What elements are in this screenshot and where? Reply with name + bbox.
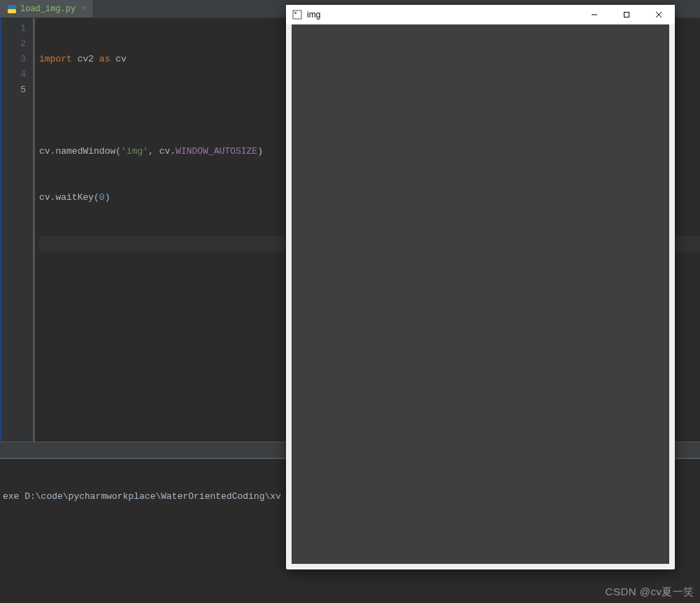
line-number: 1 [0, 21, 26, 36]
window-canvas [292, 24, 669, 564]
paren-close: ) [105, 192, 110, 203]
keyword-as: as [99, 54, 110, 64]
paren-open: ( [94, 192, 99, 203]
string-literal: 'img' [121, 146, 148, 157]
number-literal: 0 [99, 192, 105, 203]
constant-name: WINDOW_AUTOSIZE [176, 146, 257, 157]
line-number: 4 [0, 67, 26, 82]
line-number: 3 [0, 52, 26, 67]
line-number-gutter: 1 2 3 4 5 [0, 18, 35, 442]
keyword-import: import [39, 54, 72, 64]
line-number-current: 5 [0, 82, 26, 98]
close-button[interactable] [643, 5, 675, 24]
object-ref: cv [159, 146, 171, 157]
svg-rect-3 [294, 12, 297, 14]
function-name: waitKey [55, 192, 94, 203]
opencv-window[interactable]: img [286, 5, 675, 569]
tab-close-icon[interactable]: × [81, 4, 86, 14]
maximize-button[interactable] [610, 5, 643, 24]
editor-left-highlight [0, 18, 1, 442]
file-tab[interactable]: load_img.py × [0, 0, 94, 17]
window-titlebar[interactable]: img [286, 5, 675, 24]
svg-rect-5 [624, 13, 629, 17]
svg-rect-2 [293, 10, 301, 19]
window-title: img [307, 10, 320, 20]
paren-close: ) [257, 146, 263, 157]
window-controls [578, 5, 675, 24]
module-name: cv2 [78, 54, 94, 64]
line-number: 2 [0, 36, 26, 52]
python-file-icon [7, 4, 17, 14]
object-ref: cv [39, 146, 50, 157]
paren-open: ( [115, 146, 121, 157]
tab-filename: load_img.py [20, 4, 76, 14]
function-name: namedWindow [55, 146, 115, 157]
svg-rect-1 [8, 9, 16, 13]
object-ref: cv [39, 192, 50, 203]
dot: . [170, 146, 176, 157]
window-app-icon [292, 9, 303, 20]
watermark-text: CSDN @cv夏一笑 [606, 586, 694, 599]
comma: , [148, 146, 159, 157]
alias-name: cv [115, 54, 127, 64]
minimize-button[interactable] [578, 5, 610, 24]
